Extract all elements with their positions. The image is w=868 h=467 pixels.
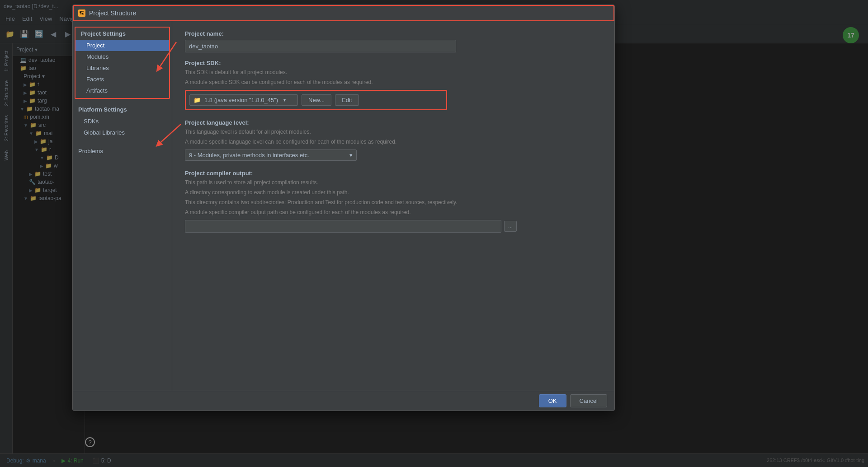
compiler-output-desc2: A directory corresponding to each module… (185, 188, 602, 196)
dialog-right-panel: Project name: Project SDK: This SDK is d… (172, 21, 614, 391)
ok-button[interactable]: OK (539, 394, 566, 407)
project-sdk-desc2: A module specific SDK can be configured … (185, 78, 602, 86)
project-lang-title: Project language level: (185, 119, 602, 126)
sdk-new-btn[interactable]: New... (302, 94, 331, 106)
compiler-output-desc1: This path is used to store all project c… (185, 178, 602, 187)
compiler-browse-btn[interactable]: ... (504, 221, 517, 232)
sdk-row: 📁 1.8 (java version "1.8.0_45") ▾ New...… (185, 90, 447, 110)
help-button[interactable]: ? (85, 437, 95, 447)
dialog-footer: OK Cancel (73, 391, 614, 411)
compiler-output-desc4: A module specific compiler output path c… (185, 208, 602, 216)
project-settings-label: Project Settings (75, 28, 169, 40)
settings-item-global-libraries[interactable]: Global Libraries (73, 127, 172, 138)
project-structure-dialog: 🏗 Project Structure Project Settings Pro… (72, 5, 615, 411)
dialog-overlay: 🏗 Project Structure Project Settings Pro… (0, 0, 868, 467)
dialog-title-icon: 🏗 (78, 9, 85, 17)
project-lang-desc2: A module specific language level can be … (185, 138, 602, 146)
project-settings-section: Project Settings Project Modules Librari… (75, 27, 170, 99)
dialog-title-bar: 🏗 Project Structure (73, 5, 614, 21)
dialog-body: Project Settings Project Modules Librari… (73, 21, 614, 391)
settings-item-project[interactable]: Project (75, 40, 169, 51)
dialog-title-text: Project Structure (89, 9, 136, 17)
compiler-output-title: Project compiler output: (185, 170, 602, 177)
lang-level-value: 9 - Modules, private methods in interfac… (189, 152, 309, 159)
compiler-output-desc3: This directory contains two subdirectori… (185, 198, 602, 206)
compiler-output-input[interactable] (185, 220, 501, 233)
lang-dropdown-arrow: ▾ (349, 152, 353, 159)
platform-settings-label: Platform Settings (73, 101, 172, 116)
settings-item-libraries[interactable]: Libraries (75, 62, 169, 74)
sdk-value: 1.8 (java version "1.8.0_45") (204, 97, 278, 103)
project-sdk-desc1: This SDK is default for all project modu… (185, 68, 602, 76)
sdk-dropdown-arrow: ▾ (283, 98, 286, 103)
settings-item-problems[interactable]: Problems (73, 145, 172, 157)
project-lang-desc1: This language level is default for all p… (185, 128, 602, 136)
settings-item-modules[interactable]: Modules (75, 51, 169, 62)
project-name-input[interactable] (185, 40, 456, 52)
sdk-folder-icon: 📁 (193, 97, 201, 103)
dialog-left-panel: Project Settings Project Modules Librari… (73, 21, 172, 391)
sdk-edit-btn[interactable]: Edit (335, 94, 359, 106)
settings-item-facets[interactable]: Facets (75, 74, 169, 85)
sdk-dropdown[interactable]: 📁 1.8 (java version "1.8.0_45") ▾ (189, 94, 298, 106)
project-name-label: Project name: (185, 30, 602, 37)
question-mark-icon: ? (88, 439, 91, 446)
cancel-button[interactable]: Cancel (570, 394, 607, 407)
settings-item-sdks[interactable]: SDKs (73, 116, 172, 127)
project-sdk-title: Project SDK: (185, 60, 602, 66)
compiler-output-row: ... (185, 220, 602, 233)
lang-level-dropdown[interactable]: 9 - Modules, private methods in interfac… (185, 149, 357, 161)
settings-item-artifacts[interactable]: Artifacts (75, 85, 169, 96)
